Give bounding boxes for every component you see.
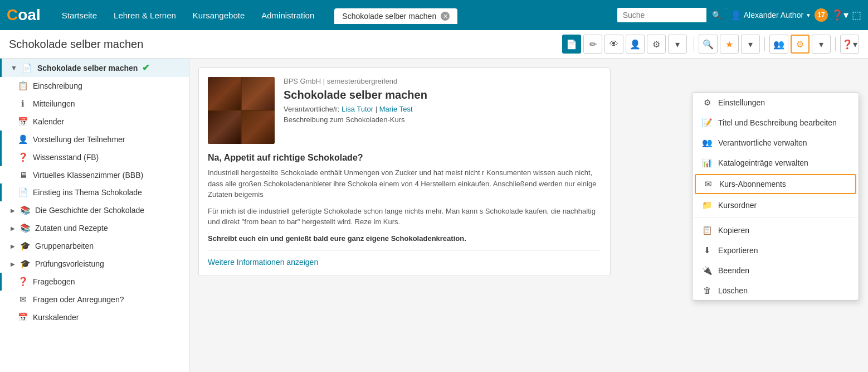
dropdown-kopieren[interactable]: 📋 Kopieren <box>693 220 859 240</box>
preview-button[interactable]: 👁 <box>604 35 623 54</box>
export-dropdown-icon: ⬇ <box>701 245 713 255</box>
mail-dropdown-icon: ✉ <box>703 179 714 189</box>
bookmark-dropdown[interactable]: ▾ <box>741 35 760 54</box>
user-dropdown-icon: ▼ <box>806 12 811 18</box>
sidebar-item-label: Wissensstand (FB) <box>33 153 99 162</box>
sidebar-arrow-icon: ▼ <box>11 64 17 72</box>
user-icon: 👤 <box>730 10 742 21</box>
user-name: Alexander Author <box>744 11 803 20</box>
users-button[interactable]: 👥 <box>769 35 788 54</box>
sidebar-expand-icon-2: ▶ <box>11 225 15 231</box>
settings-dropdown[interactable]: ▾ <box>812 35 831 54</box>
sidebar-item-pruefung[interactable]: ▶ 🎓 Prüfungsvorleistung <box>0 255 189 273</box>
sidebar-fragebogen-icon: ❓ <box>17 277 28 287</box>
more-button[interactable]: ▾ <box>668 35 687 54</box>
dropdown-exportieren[interactable]: ⬇ Exportieren <box>693 240 859 260</box>
settings-dropdown-icon: ⚙ <box>701 98 713 108</box>
settings-orange-button[interactable]: ⚙ <box>791 35 810 54</box>
bookmark-button[interactable]: ★ <box>720 35 739 54</box>
members-button[interactable]: 👤 <box>626 35 645 54</box>
sidebar-expand-icon-3: ▶ <box>11 243 15 249</box>
sidebar-item-label: Fragebogen <box>33 277 75 286</box>
more-info-link[interactable]: Weitere Informationen anzeigen <box>208 250 601 267</box>
course-provider: BPS GmbH | semesterübergreifend <box>284 77 601 85</box>
main-layout: ◀ ▼ 📄 Schokolade selber machen ✔ 📋 Einsc… <box>0 59 868 372</box>
dropdown-titel[interactable]: 📝 Titel und Beschreibung bearbeiten <box>693 113 859 133</box>
sidebar-item-vorstellung[interactable]: 👤 Vorstellung der Teilnehmer <box>0 131 189 148</box>
page-title: Schokolade selber machen <box>9 38 558 51</box>
sidebar-course-root[interactable]: ▼ 📄 Schokolade selber machen ✔ <box>0 59 189 77</box>
sidebar-einstieg-icon: 📄 <box>17 187 28 197</box>
sidebar-item-zutaten[interactable]: ▶ 📚 Zutaten und Rezepte <box>0 219 189 237</box>
top-navigation: Coal Startseite Lehren & Lernen Kursange… <box>0 0 868 30</box>
nav-lehren[interactable]: Lehren & Lernen <box>106 7 184 23</box>
sidebar-fragen-icon: ✉ <box>17 294 28 305</box>
sidebar-item-gruppenarbeiten[interactable]: ▶ 🎓 Gruppenarbeiten <box>0 237 189 255</box>
sidebar-item-label: Prüfungsvorleistung <box>35 259 104 268</box>
sidebar-item-wissensstand[interactable]: ❓ Wissensstand (FB) <box>0 148 189 166</box>
sidebar-kurskalender-icon: 📅 <box>17 312 28 322</box>
course-responsible: Verantwortliche/r: Lisa Tutor | Marie Te… <box>284 105 601 113</box>
help-toolbar-button[interactable]: ❓▾ <box>840 35 859 54</box>
logo[interactable]: Coal <box>7 6 41 24</box>
nav-kursangebote[interactable]: Kursangebote <box>185 7 252 23</box>
sidebar-item-kurskalender[interactable]: 📅 Kurskalender <box>0 308 189 326</box>
dropdown-beenden[interactable]: 🔌 Beenden <box>693 260 859 281</box>
sidebar-item-label: Einstieg ins Thema Schokolade <box>33 188 142 197</box>
course-body-text-1: Industriell hergestellte Schokolade enth… <box>208 167 601 200</box>
search-button[interactable]: 🔍 <box>706 8 727 22</box>
help-button[interactable]: ❓▾ <box>831 9 849 21</box>
dropdown-katalog[interactable]: 📊 Katalogeinträge verwalten <box>693 153 859 173</box>
user-info[interactable]: 👤 Alexander Author ▼ <box>730 10 811 21</box>
dropdown-einstellungen[interactable]: ⚙ Einstellungen <box>693 93 859 113</box>
copy-dropdown-icon: 📋 <box>701 225 713 235</box>
search-input[interactable] <box>617 8 706 22</box>
course-meta: BPS GmbH | semesterübergreifend Schokola… <box>284 77 601 144</box>
sidebar-expand-icon-4: ▶ <box>11 261 15 267</box>
sidebar-item-virtuelles[interactable]: 🖥 Virtuelles Klassenzimmer (BBB) <box>0 166 189 183</box>
nav-administration[interactable]: Administration <box>253 7 322 23</box>
sidebar-item-label: Kurskalender <box>33 313 79 322</box>
search-toolbar-button[interactable]: 🔍 <box>699 35 718 54</box>
top-right-controls: 🔍 👤 Alexander Author ▼ 17 ❓▾ ⬚ <box>617 8 861 22</box>
sidebar-item-label: Die Geschichte der Schokolade <box>35 206 144 215</box>
sidebar-item-einschreibung[interactable]: 📋 Einschreibung <box>0 77 189 95</box>
toolbar: Schokolade selber machen 📄 ✏ 👁 👤 ⚙ ▾ 🔍 ★… <box>0 30 868 59</box>
sidebar-item-label: Virtuelles Klassenzimmer (BBB) <box>33 171 143 180</box>
toolbar-center: 📄 ✏ 👁 👤 ⚙ ▾ <box>562 35 687 54</box>
settings-button[interactable]: ⚙ <box>647 35 666 54</box>
sidebar-item-mitteilungen[interactable]: ℹ Mitteilungen <box>0 95 189 113</box>
dropdown-kursordner[interactable]: 📁 Kursordner <box>693 195 859 215</box>
search-box: 🔍 <box>617 8 727 22</box>
responsible-lisa[interactable]: Lisa Tutor <box>342 105 373 113</box>
course-body: Na, Appetit auf richtige Schokolade? Ind… <box>208 153 601 267</box>
dropdown-abonnements[interactable]: ✉ Kurs-Abonnements <box>695 174 856 194</box>
toolbar-right: 🔍 ★ ▾ 👥 ⚙ ▾ ❓▾ <box>691 35 859 54</box>
sidebar-vorstellung-icon: 👤 <box>17 134 28 144</box>
responsible-marie[interactable]: Marie Test <box>379 105 413 113</box>
sidebar-item-einstieg[interactable]: 📄 Einstieg ins Thema Schokolade <box>0 183 189 201</box>
notification-badge[interactable]: 17 <box>815 8 828 22</box>
sidebar-item-label: Zutaten und Rezepte <box>35 224 108 233</box>
course-body-text-2: Für mich ist die industriell gefertigte … <box>208 206 601 228</box>
view-content-button[interactable]: 📄 <box>562 35 581 54</box>
sidebar-item-geschichte[interactable]: ▶ 📚 Die Geschichte der Schokolade <box>0 201 189 219</box>
sidebar-item-fragebogen[interactable]: ❓ Fragebogen <box>0 273 189 291</box>
sidebar-course-icon: 📄 <box>22 63 33 73</box>
course-title-card: Schokolade selber machen <box>284 89 601 102</box>
toolbar-separator-2 <box>764 37 765 51</box>
sidebar-item-fragen[interactable]: ✉ Fragen oder Anregungen? <box>0 291 189 308</box>
edit-button[interactable]: ✏ <box>583 35 602 54</box>
sidebar-pruefung-icon: 🎓 <box>19 259 31 269</box>
nav-startseite[interactable]: Startseite <box>54 7 105 23</box>
dropdown-verantwortliche[interactable]: 👥 Verantwortliche verwalten <box>693 133 859 153</box>
sidebar-virtuelles-icon: 🖥 <box>17 170 28 180</box>
sidebar-geschichte-icon: 📚 <box>19 205 31 215</box>
tab-close-button[interactable]: ✕ <box>441 12 450 21</box>
sidebar-item-label: Gruppenarbeiten <box>35 241 94 250</box>
sidebar-gruppenarbeiten-icon: 🎓 <box>19 241 31 251</box>
sidebar-item-kalender[interactable]: 📅 Kalender <box>0 113 189 131</box>
dropdown-loeschen[interactable]: 🗑 Löschen <box>693 281 859 300</box>
active-tab[interactable]: Schokolade selber machen ✕ <box>334 8 457 24</box>
logout-button[interactable]: ⬚ <box>852 9 861 21</box>
